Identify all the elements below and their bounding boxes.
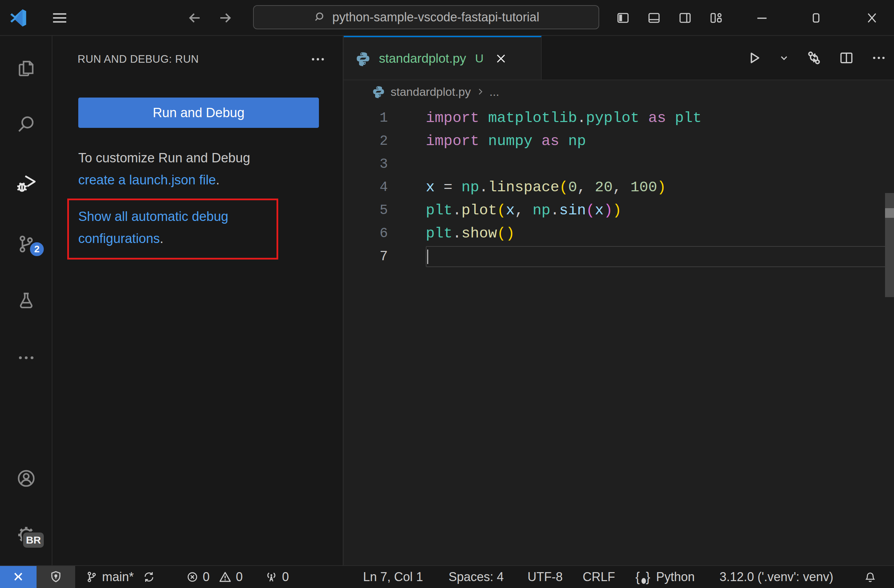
code-text[interactable]: plt.plot(x, np.sin(x)) [426,199,894,222]
code-line[interactable]: 1import matplotlib.pyplot as plt [344,107,894,130]
code-line[interactable]: 6plt.show() [344,222,894,245]
accounts-icon[interactable] [7,459,45,498]
auto-link-period: . [160,231,164,246]
tab-label: standardplot.py [379,51,466,66]
broadcast-icon [265,570,278,583]
vscode-logo-icon [10,9,27,27]
errors-icon [186,571,199,583]
branch-name: main* [102,570,134,584]
testing-icon[interactable] [7,281,45,320]
run-dropdown-chevron-icon[interactable] [778,49,791,67]
nav-back-icon[interactable] [186,10,203,26]
editor-more-actions-icon[interactable] [870,49,888,67]
breadcrumb-more[interactable]: ... [489,85,499,99]
eol-status[interactable]: CRLF [583,566,615,588]
auto-link-line1[interactable]: Show all automatic debug [78,209,228,224]
code-text[interactable]: import matplotlib.pyplot as plt [426,107,894,130]
interpreter-status[interactable]: 3.12.0 ('.venv': venv) [720,566,833,588]
tab-modified-badge: U [475,52,484,65]
run-and-debug-icon[interactable] [7,164,45,203]
line-number[interactable]: 3 [344,153,388,176]
workspace-trust-indicator[interactable] [36,566,75,588]
hint-period: . [216,173,220,187]
line-number[interactable]: 1 [344,107,388,130]
code-line[interactable]: 5plt.plot(x, np.sin(x)) [344,199,894,222]
remote-indicator[interactable] [0,566,36,588]
window-maximize-icon[interactable] [804,6,828,30]
line-number[interactable]: 5 [344,199,388,222]
window-minimize-icon[interactable] [750,6,774,30]
run-and-debug-button[interactable]: Run and Debug [78,98,319,128]
problems-status[interactable]: 0 0 [186,566,243,588]
line-number[interactable]: 6 [344,222,388,245]
code-line[interactable]: 7 [344,245,894,268]
indent-status[interactable]: Spaces: 4 [449,566,504,588]
encoding-status[interactable]: UTF-8 [527,566,563,588]
search-icon [313,11,327,24]
status-bar: main* 0 0 0 Ln 7, Col 1 Spaces: 4 UTF-8 … [0,565,894,588]
breadcrumb[interactable]: standardplot.py ... [344,80,894,103]
menu-hamburger-icon[interactable] [52,11,70,25]
run-python-file-icon[interactable] [745,49,763,67]
code-text[interactable]: plt.show() [426,222,894,245]
show-auto-configs-link[interactable]: Show all automatic debug configurations. [78,205,271,250]
chevron-right-icon [476,87,485,96]
python-file-icon [355,51,371,66]
branch-status[interactable]: main* [86,566,155,588]
warnings-icon [219,570,232,583]
editor-toolbar [745,36,888,80]
code-line[interactable]: 4x = np.linspace(0, 20, 100) [344,176,894,199]
code-text[interactable]: import numpy as np [426,130,894,153]
toggle-secondary-sidebar-icon[interactable] [673,6,697,30]
customize-hint: To customize Run and Debug create a laun… [78,147,320,191]
tab-bar: standardplot.py U [344,36,894,80]
panel-more-actions-icon[interactable] [308,51,328,68]
language-label: Python [656,570,695,584]
remote-icon [11,570,25,584]
ports-count: 0 [282,570,289,584]
language-status[interactable]: { } Python [636,566,695,588]
sync-icon [143,571,155,583]
nav-forward-icon[interactable] [217,10,234,26]
more-views-icon[interactable] [7,338,45,377]
code-line[interactable]: 3 [344,153,894,176]
profile-badge: BR [22,531,45,549]
line-number[interactable]: 2 [344,130,388,153]
panel-title: RUN AND DEBUG: RUN [78,48,199,70]
open-changes-icon[interactable] [805,49,823,67]
ports-status[interactable]: 0 [265,566,289,588]
toggle-panel-icon[interactable] [642,6,666,30]
code-text[interactable] [426,246,888,267]
text-cursor [427,250,428,264]
explorer-icon[interactable] [7,50,45,88]
command-center-search[interactable]: python-sample-vscode-fastapi-tutorial [253,5,599,29]
auto-link-line2[interactable]: configurations [78,231,160,246]
code-line[interactable]: 2import numpy as np [344,130,894,153]
shield-icon [49,570,63,584]
split-editor-icon[interactable] [837,49,855,67]
window-close-icon[interactable] [860,6,884,30]
search-view-icon[interactable] [7,105,45,143]
hint-text: To customize Run and Debug [78,151,250,165]
create-launch-json-link[interactable]: create a launch.json file [78,173,216,187]
code-area[interactable]: 1import matplotlib.pyplot as plt2import … [344,107,894,268]
braces-icon: { } [636,570,652,585]
code-text[interactable]: x = np.linspace(0, 20, 100) [426,176,894,199]
scrollbar-cursor-marker [885,208,894,218]
tab-close-icon[interactable] [493,50,509,67]
breadcrumb-file[interactable]: standardplot.py [391,85,471,99]
activity-bar: 2 BR [0,36,53,565]
tab-standardplot[interactable]: standardplot.py U [344,36,542,80]
run-and-debug-panel: RUN AND DEBUG: RUN Run and Debug To cust… [53,36,344,565]
search-text: python-sample-vscode-fastapi-tutorial [332,10,539,24]
bell-icon [864,570,877,583]
code-text[interactable] [426,153,894,176]
line-number[interactable]: 4 [344,176,388,199]
python-file-icon [372,85,385,98]
line-number[interactable]: 7 [344,245,388,268]
notifications-bell[interactable] [864,566,877,588]
scm-badge: 2 [29,241,45,257]
toggle-sidebar-icon[interactable] [611,6,635,30]
line-col-status[interactable]: Ln 7, Col 1 [363,566,423,588]
customize-layout-icon[interactable] [704,6,728,30]
